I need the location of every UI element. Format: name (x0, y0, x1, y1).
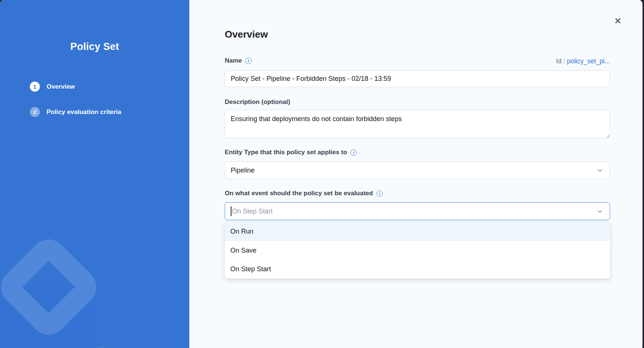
wizard-steps: 1 Overview 2 Policy evaluation criteria (30, 82, 121, 117)
step-label-overview: Overview (47, 83, 75, 91)
step-label-policy-evaluation-criteria: Policy evaluation criteria (47, 108, 121, 116)
page-title: Overview (225, 29, 268, 40)
option-on-run[interactable]: On Run (225, 222, 610, 241)
id-label: Id : (556, 57, 567, 65)
event-dropdown-menu: On Run On Save On Step Start (225, 222, 610, 279)
logo-knot-shape (46, 340, 156, 348)
description-label: Description (optional) (225, 98, 290, 106)
logo-knot-shape (0, 232, 104, 342)
option-on-save[interactable]: On Save (225, 241, 610, 260)
description-label-row: Description (optional) (225, 98, 290, 106)
name-label: Name (225, 57, 242, 65)
entity-type-value: Pipeline (231, 167, 597, 174)
name-input[interactable] (225, 70, 610, 87)
step-item-overview[interactable]: 1 Overview (30, 82, 121, 92)
close-icon: ✕ (614, 17, 621, 25)
option-on-step-start[interactable]: On Step Start (225, 260, 610, 279)
info-icon[interactable]: i (376, 190, 383, 197)
entity-id: Id : policy_set_pi... (410, 57, 610, 65)
event-select-input[interactable] (232, 203, 597, 220)
id-link[interactable]: policy_set_pi... (567, 57, 610, 65)
info-icon[interactable]: i (350, 149, 357, 156)
entity-type-label: Entity Type that this policy set applies… (225, 148, 347, 156)
event-label: On what event should the policy set be e… (225, 189, 373, 197)
sidebar: Policy Set 1 Overview 2 Policy evaluatio… (0, 0, 189, 348)
description-textarea[interactable]: Ensuring that deployments do not contain… (225, 110, 610, 138)
event-select[interactable] (225, 202, 610, 220)
name-label-row: Name i (225, 57, 252, 65)
event-label-row: On what event should the policy set be e… (225, 189, 383, 197)
policy-set-modal: Policy Set 1 Overview 2 Policy evaluatio… (0, 0, 643, 348)
step-number-badge: 2 (30, 107, 40, 117)
entity-type-label-row: Entity Type that this policy set applies… (225, 148, 357, 156)
step-item-policy-evaluation-criteria[interactable]: 2 Policy evaluation criteria (30, 107, 121, 117)
close-button[interactable]: ✕ (612, 15, 624, 26)
entity-type-select[interactable]: Pipeline (225, 161, 610, 179)
text-caret (231, 206, 231, 216)
chevron-down-icon (597, 167, 603, 174)
step-number-badge: 1 (30, 82, 40, 92)
modal-overlay: Policy Set 1 Overview 2 Policy evaluatio… (0, 0, 644, 348)
chevron-down-icon (597, 208, 603, 215)
info-icon[interactable]: i (245, 58, 252, 64)
sidebar-title: Policy Set (0, 41, 189, 53)
